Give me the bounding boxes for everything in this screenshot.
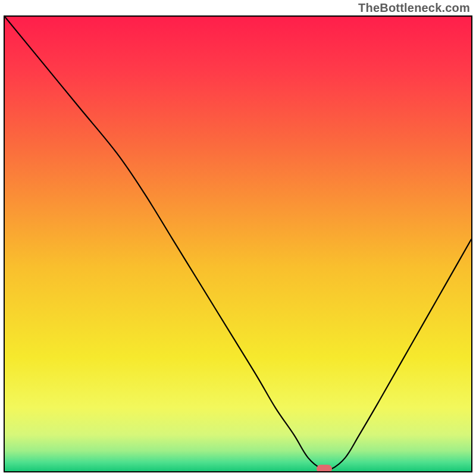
chart-frame (4, 15, 472, 472)
bottleneck-curve (5, 17, 471, 471)
sweet-spot-marker (317, 465, 332, 472)
watermark-text: TheBottleneck.com (358, 1, 470, 15)
